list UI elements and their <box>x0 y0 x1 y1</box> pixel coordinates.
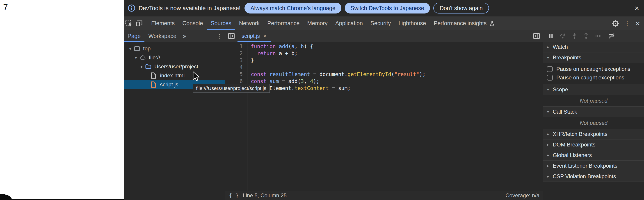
section-label: Breakpoints <box>553 54 581 61</box>
tab-application[interactable]: Application <box>332 16 366 30</box>
pause-on-uncaught-exceptions-checkbox[interactable] <box>547 66 553 72</box>
cursor-position-text: Line 5, Column 25 <box>243 192 286 199</box>
tab-memory[interactable]: Memory <box>303 16 331 30</box>
switch-devtools-to-japanese-button[interactable]: Switch DevTools to Japanese <box>345 3 430 13</box>
pretty-print-icon[interactable]: { } <box>229 192 239 199</box>
devtools-close-icon[interactable]: × <box>634 19 642 27</box>
page-result-text: 7 <box>3 3 8 12</box>
code-content[interactable]: function add(a, b) { return a + b;} cons… <box>248 42 543 191</box>
devtools-window: DevTools is now available in Japanese! A… <box>124 0 644 200</box>
tree-item-users-user-project[interactable]: ▾Users/user/project <box>124 62 225 71</box>
code-line[interactable] <box>251 64 543 71</box>
pause-script-icon[interactable] <box>545 31 557 41</box>
code-editor[interactable]: 1234567 function add(a, b) { return a + … <box>225 42 543 191</box>
tab-console-label: Console <box>182 20 203 26</box>
pause-on-uncaught-exceptions-row[interactable]: Pause on uncaught exceptions <box>543 65 644 73</box>
line-number[interactable]: 2 <box>225 50 243 57</box>
section-label: Scope <box>553 86 568 93</box>
tab-memory-label: Memory <box>307 20 328 26</box>
coverage-text: Coverage: n/a <box>506 192 540 199</box>
tab-sources[interactable]: Sources <box>207 16 235 30</box>
section-header-call-stack[interactable]: ▾Call Stack <box>543 107 644 117</box>
tree-item-file[interactable]: ▾file:// <box>124 53 225 62</box>
editor-tab-scriptjs[interactable]: script.js × <box>238 30 270 42</box>
step-into-icon[interactable] <box>568 31 580 41</box>
checkbox-label: Pause on caught exceptions <box>556 74 624 81</box>
code-line[interactable]: resultElement.textContent = sum; <box>251 85 543 92</box>
expand-arrow-icon: ▸ <box>543 174 553 179</box>
language-infobar: DevTools is now available in Japanese! A… <box>124 0 644 16</box>
tab-console[interactable]: Console <box>178 16 207 30</box>
settings-gear-icon[interactable] <box>610 19 620 27</box>
pause-on-caught-exceptions-row[interactable]: Pause on caught exceptions <box>543 73 644 82</box>
section-header-event-listener-breakpoints[interactable]: ▸Event Listener Breakpoints <box>543 161 644 171</box>
expand-arrow-icon[interactable]: ▾ <box>138 64 145 69</box>
expand-arrow-icon[interactable]: ▾ <box>132 55 139 60</box>
code-line[interactable]: const resultElement = document.getElemen… <box>251 71 543 78</box>
tab-lighthouse[interactable]: Lighthouse <box>394 16 430 30</box>
tree-item-label: index.html <box>160 72 184 79</box>
tab-elements-label: Elements <box>151 20 175 26</box>
checkbox-label: Pause on uncaught exceptions <box>556 66 630 72</box>
tree-item-top[interactable]: ▾top <box>124 44 225 53</box>
don-t-show-again-button[interactable]: Don't show again <box>433 3 489 13</box>
file-js-icon <box>150 81 158 88</box>
step-out-icon[interactable] <box>580 31 592 41</box>
section-header-dom-breakpoints[interactable]: ▸DOM Breakpoints <box>543 140 644 150</box>
bottom-black-bar <box>0 199 124 200</box>
navigator-tab-workspace[interactable]: Workspace <box>144 30 180 42</box>
expand-arrow-icon: ▸ <box>543 132 553 137</box>
tree-item-index-html[interactable]: index.html <box>124 71 225 80</box>
editor-status-bar: { } Line 5, Column 25 Coverage: n/a <box>225 191 543 200</box>
file-tree: ▾top▾file://▾Users/user/projectindex.htm… <box>124 42 225 89</box>
section-label: Call Stack <box>553 109 577 115</box>
section-label: DOM Breakpoints <box>553 142 595 148</box>
expand-arrow-icon[interactable]: ▾ <box>127 46 134 51</box>
tab-performance[interactable]: Performance <box>264 16 303 30</box>
section-header-scope[interactable]: ▾Scope <box>543 84 644 95</box>
code-line[interactable]: return a + b; <box>251 50 543 57</box>
navigator-menu-icon[interactable]: ⋮ <box>214 30 225 42</box>
infobar-close-icon[interactable]: × <box>634 4 639 12</box>
deactivate-breakpoints-icon[interactable] <box>606 31 618 41</box>
toggle-debugger-sidebar-icon[interactable] <box>530 30 543 42</box>
inspect-element-icon[interactable] <box>124 16 134 30</box>
tab-network[interactable]: Network <box>235 16 264 30</box>
more-options-icon[interactable]: ⋮ <box>620 19 634 27</box>
line-number[interactable]: 4 <box>225 64 243 71</box>
line-number[interactable]: 5 <box>225 71 243 78</box>
line-number[interactable]: 1 <box>225 43 243 50</box>
section-header-watch[interactable]: ▸Watch <box>543 42 644 52</box>
expand-arrow-icon: ▸ <box>543 44 553 49</box>
section-header-breakpoints[interactable]: ▾Breakpoints <box>543 52 644 63</box>
tab-elements[interactable]: Elements <box>147 16 178 30</box>
tab-lighthouse-label: Lighthouse <box>398 20 426 26</box>
code-line[interactable]: function add(a, b) { <box>251 43 543 50</box>
tab-security[interactable]: Security <box>366 16 394 30</box>
toggle-navigator-icon[interactable] <box>225 30 238 42</box>
pause-on-caught-exceptions-checkbox[interactable] <box>547 75 553 81</box>
navigator-tab-page[interactable]: Page <box>124 30 144 42</box>
line-number[interactable]: 6 <box>225 78 243 85</box>
line-number-gutter[interactable]: 1234567 <box>225 42 248 191</box>
section-header-csp-violation-breakpoints[interactable]: ▸CSP Violation Breakpoints <box>543 171 644 182</box>
tab-performance-insights[interactable]: Performance insights <box>430 16 499 30</box>
frame-icon <box>134 45 141 52</box>
more-tabs-icon[interactable]: » <box>180 30 189 42</box>
main-tabs: ElementsConsoleSourcesNetworkPerformance… <box>147 16 499 30</box>
code-line[interactable]: const sum = add(3, 4); <box>251 78 543 85</box>
device-toolbar-icon[interactable] <box>134 16 144 30</box>
expand-arrow-icon: ▾ <box>543 87 553 92</box>
step-over-icon[interactable] <box>557 31 568 41</box>
section-label: Watch <box>553 44 568 50</box>
section-header-global-listeners[interactable]: ▸Global Listeners <box>543 150 644 161</box>
editor-tab-close-icon[interactable]: × <box>263 33 266 40</box>
line-number[interactable]: 3 <box>225 57 243 64</box>
devtools-main-toolbar: ElementsConsoleSourcesNetworkPerformance… <box>124 16 644 30</box>
step-icon[interactable] <box>592 31 604 41</box>
section-header-xhr-fetch-breakpoints[interactable]: ▸XHR/fetch Breakpoints <box>543 129 644 140</box>
file-path-tooltip: file:///Users/user/project/script.js <box>193 84 270 93</box>
always-match-chrome-s-language-button[interactable]: Always match Chrome's language <box>244 3 341 13</box>
code-line[interactable]: } <box>251 57 543 64</box>
infobar-message: DevTools is now available in Japanese! <box>138 5 240 12</box>
